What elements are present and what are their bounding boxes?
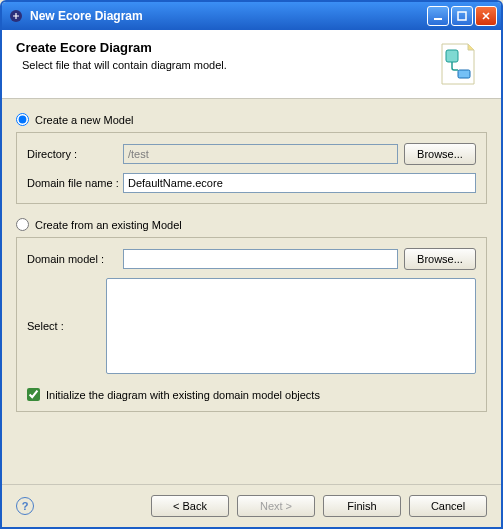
svg-rect-4 (458, 70, 470, 78)
domain-model-browse-button[interactable]: Browse... (404, 248, 476, 270)
directory-browse-button[interactable]: Browse... (404, 143, 476, 165)
wizard-header: Create Ecore Diagram Select file that wi… (2, 30, 501, 99)
domain-model-label: Domain model : (27, 253, 123, 265)
create-new-radio[interactable] (16, 113, 29, 126)
initialize-checkbox-row[interactable]: Initialize the diagram with existing dom… (27, 388, 476, 401)
window-buttons (427, 6, 497, 26)
select-list[interactable] (106, 278, 476, 374)
directory-label: Directory : (27, 148, 123, 160)
wizard-footer: ? < Back Next > Finish Cancel (2, 484, 501, 527)
finish-button[interactable]: Finish (323, 495, 401, 517)
close-button[interactable] (475, 6, 497, 26)
svg-rect-2 (458, 12, 466, 20)
new-model-group: Directory : Browse... Domain file name : (16, 132, 487, 204)
page-title: Create Ecore Diagram (16, 40, 435, 55)
minimize-button[interactable] (427, 6, 449, 26)
create-existing-radio[interactable] (16, 218, 29, 231)
cancel-button[interactable]: Cancel (409, 495, 487, 517)
window-title: New Ecore Diagram (30, 9, 427, 23)
app-icon (8, 8, 24, 24)
next-button[interactable]: Next > (237, 495, 315, 517)
svg-rect-1 (434, 18, 442, 20)
create-existing-label: Create from an existing Model (35, 219, 182, 231)
svg-rect-3 (446, 50, 458, 62)
select-label: Select : (27, 320, 106, 332)
create-existing-radio-row[interactable]: Create from an existing Model (16, 218, 487, 231)
wizard-icon (435, 40, 487, 90)
page-description: Select file that will contain diagram mo… (22, 59, 435, 71)
help-icon[interactable]: ? (16, 497, 34, 515)
initialize-checkbox[interactable] (27, 388, 40, 401)
titlebar: New Ecore Diagram (2, 2, 501, 30)
create-new-label: Create a new Model (35, 114, 133, 126)
domain-model-input[interactable] (123, 249, 398, 269)
back-button[interactable]: < Back (151, 495, 229, 517)
maximize-button[interactable] (451, 6, 473, 26)
domain-file-label: Domain file name : (27, 177, 123, 189)
content-area: Create a new Model Directory : Browse...… (2, 99, 501, 484)
create-new-radio-row[interactable]: Create a new Model (16, 113, 487, 126)
directory-input[interactable] (123, 144, 398, 164)
existing-model-group: Domain model : Browse... Select : Initia… (16, 237, 487, 412)
initialize-label: Initialize the diagram with existing dom… (46, 389, 320, 401)
dialog-window: New Ecore Diagram Create Ecore Diagram S… (0, 0, 503, 529)
domain-file-input[interactable] (123, 173, 476, 193)
